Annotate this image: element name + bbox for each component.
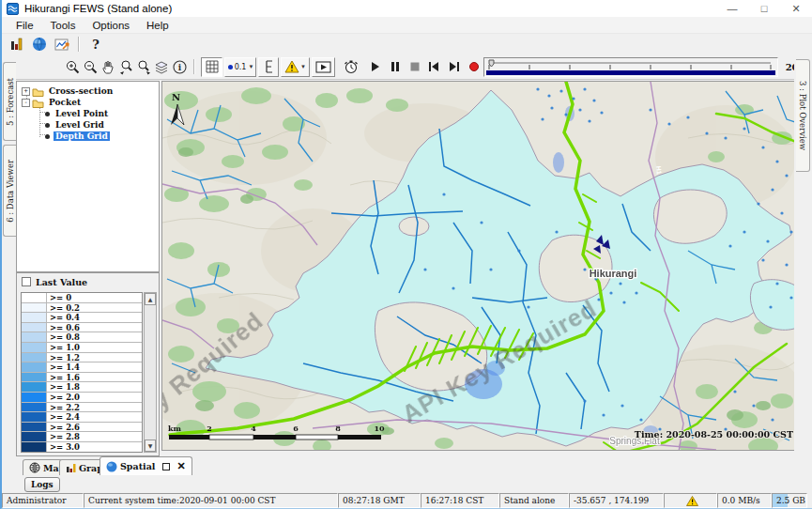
window-title: Hikurangi FEWS (Stand alone) bbox=[24, 3, 172, 14]
zoom-out-tool[interactable] bbox=[82, 58, 100, 76]
legend-swatch bbox=[22, 313, 47, 322]
filter-tree-panel: + Cross-section - Pocket Level Point Lev… bbox=[16, 81, 160, 272]
time-slider[interactable] bbox=[483, 57, 778, 77]
legend-row[interactable]: >= 1.2 bbox=[22, 353, 142, 363]
legend-row[interactable]: >= 1.8 bbox=[22, 382, 142, 393]
legend-swatch bbox=[22, 323, 47, 332]
globe-wire-icon bbox=[29, 462, 40, 473]
legend-label: >= 3.0 bbox=[47, 442, 80, 452]
last-value-checkbox[interactable] bbox=[22, 277, 31, 286]
map-time-label: Time: 2020-08-25 00:00:00 CST bbox=[635, 429, 793, 440]
legend-label: >= 0.2 bbox=[47, 303, 80, 313]
timeseries-display-button[interactable] bbox=[51, 35, 73, 54]
spatial-display-button[interactable] bbox=[28, 35, 51, 54]
legend-row[interactable]: >= 0.4 bbox=[22, 313, 142, 323]
help-button[interactable]: ? bbox=[84, 35, 107, 54]
tree-node-depth-grid[interactable]: Depth Grid bbox=[43, 131, 110, 142]
legend-swatch bbox=[22, 442, 47, 452]
tab-maximize-icon[interactable] bbox=[162, 463, 170, 470]
folder-open-icon bbox=[32, 98, 44, 108]
pause-button[interactable] bbox=[385, 58, 405, 76]
contour-interval-dropdown[interactable]: 0.1 ▼ bbox=[224, 57, 256, 77]
expand-plus-icon[interactable]: + bbox=[22, 87, 30, 96]
show-grid-button[interactable] bbox=[201, 57, 222, 77]
toolbar-separator bbox=[78, 37, 80, 52]
scroll-down-icon[interactable]: ▼ bbox=[145, 440, 156, 452]
svg-text:8: 8 bbox=[335, 424, 341, 433]
maximize-button[interactable]: □ bbox=[748, 0, 780, 17]
run-forecast-clock-icon[interactable] bbox=[342, 58, 360, 76]
time-slider-ticks bbox=[486, 59, 774, 69]
menu-options[interactable]: Options bbox=[84, 20, 138, 31]
legend-row[interactable]: >= 1.4 bbox=[22, 362, 142, 373]
tab-plot-overview[interactable]: 3 : Plot Overview bbox=[796, 59, 810, 172]
legend-swatch bbox=[22, 393, 47, 402]
legend-row[interactable]: >= 2.4 bbox=[22, 412, 142, 423]
legend-row[interactable]: >= 0.8 bbox=[22, 332, 142, 343]
legend-row[interactable]: >= 0.2 bbox=[22, 303, 142, 314]
skip-to-start-button[interactable] bbox=[424, 58, 444, 76]
skip-to-end-button[interactable] bbox=[444, 58, 464, 76]
legend-label: >= 2.6 bbox=[47, 423, 80, 432]
map-toolbar: i 0.1 ▼ ▼ bbox=[2, 54, 812, 80]
minimize-button[interactable]: — bbox=[716, 0, 748, 17]
logs-button[interactable]: Logs bbox=[24, 477, 60, 492]
menu-tools[interactable]: Tools bbox=[42, 20, 84, 31]
selected-node-label: Depth Grid bbox=[54, 131, 110, 141]
scale-bar-button[interactable] bbox=[258, 57, 279, 77]
legend-label: >= 3.2 bbox=[47, 453, 80, 454]
zoom-next-tool[interactable] bbox=[135, 58, 153, 76]
collapse-minus-icon[interactable]: - bbox=[22, 99, 30, 107]
legend-scrollbar[interactable]: ▲ ▼ bbox=[144, 292, 157, 453]
legend-swatch bbox=[22, 453, 47, 454]
layers-tool[interactable] bbox=[153, 58, 171, 76]
zoom-in-tool[interactable] bbox=[64, 58, 82, 76]
legend-row[interactable]: >= 0 bbox=[22, 293, 142, 303]
legend-label: >= 1.2 bbox=[47, 353, 80, 362]
legend-row[interactable]: >= 1.0 bbox=[22, 343, 142, 353]
pan-tool[interactable] bbox=[100, 58, 117, 76]
chevron-down-icon: ▼ bbox=[300, 64, 306, 69]
legend-swatch bbox=[22, 423, 47, 432]
warnings-dropdown[interactable]: ▼ bbox=[281, 57, 310, 77]
tab-close-icon[interactable]: ✕ bbox=[176, 460, 185, 472]
tab-spatial[interactable]: Spatial ✕ bbox=[100, 456, 192, 475]
timeline-span-bar bbox=[486, 70, 775, 75]
legend-label: >= 2.2 bbox=[47, 403, 80, 412]
legend-swatch bbox=[22, 362, 47, 372]
scroll-up-icon[interactable]: ▲ bbox=[145, 293, 156, 305]
menu-file[interactable]: File bbox=[8, 20, 42, 31]
legend-row[interactable]: >= 3.0 bbox=[22, 442, 142, 453]
tab-data-viewer[interactable]: 6 : Data Viewer bbox=[3, 145, 16, 237]
play-button[interactable] bbox=[365, 58, 385, 76]
legend-row[interactable]: >= 2.0 bbox=[22, 393, 142, 403]
status-memory: 2.5 GB bbox=[772, 493, 807, 508]
legend-row[interactable]: >= 3.2 bbox=[22, 453, 142, 454]
legend-row[interactable]: >= 2.2 bbox=[22, 403, 142, 413]
map-view[interactable]: H1 bbox=[161, 81, 796, 451]
tree-node-cross-section[interactable]: + Cross-section bbox=[22, 85, 115, 97]
legend-swatch bbox=[22, 432, 47, 441]
menu-help[interactable]: Help bbox=[138, 20, 177, 31]
tree-node-pocket[interactable]: - Pocket bbox=[22, 97, 83, 108]
info-tool[interactable]: i bbox=[171, 58, 189, 76]
tree-node-level-point[interactable]: Level Point bbox=[43, 108, 110, 119]
legend-row[interactable]: >= 2.6 bbox=[22, 423, 142, 433]
stop-button[interactable] bbox=[405, 58, 424, 76]
warning-icon bbox=[284, 60, 299, 73]
tab-forecast[interactable]: 5 : Forecast bbox=[3, 62, 16, 141]
status-warning[interactable] bbox=[664, 493, 717, 508]
legend-row[interactable]: >= 0.6 bbox=[22, 323, 142, 333]
grid-display-button[interactable] bbox=[6, 35, 28, 54]
record-button[interactable] bbox=[464, 58, 483, 76]
globe-icon bbox=[106, 461, 117, 472]
zoom-previous-tool[interactable] bbox=[117, 58, 135, 76]
tree-node-level-grid[interactable]: Level Grid bbox=[43, 119, 106, 131]
legend-swatch bbox=[22, 412, 47, 422]
legend-row[interactable]: >= 2.8 bbox=[22, 432, 142, 442]
close-button[interactable]: ✕ bbox=[780, 0, 812, 17]
legend-row[interactable]: >= 1.6 bbox=[22, 373, 142, 383]
legend-swatch bbox=[22, 293, 47, 302]
right-tab-strip: 3 : Plot Overview bbox=[794, 56, 812, 493]
movie-player-button[interactable] bbox=[312, 57, 335, 77]
